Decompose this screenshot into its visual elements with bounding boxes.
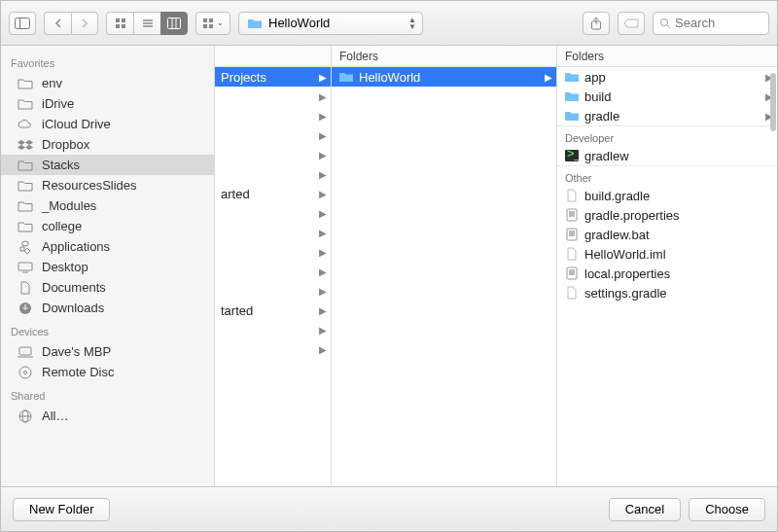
sidebar-item-label: env xyxy=(42,76,62,90)
sidebar-item[interactable]: Dave's MBP xyxy=(1,341,214,362)
folder-blue-icon xyxy=(563,71,581,83)
svg-rect-40 xyxy=(567,267,577,279)
sidebar-item[interactable]: Applications xyxy=(1,236,214,257)
folder-icon xyxy=(17,77,34,90)
footer: New Folder Cancel Choose xyxy=(1,486,777,531)
chevron-right-icon: ▶ xyxy=(319,228,327,238)
cloud-icon xyxy=(17,118,34,131)
list-item[interactable]: gradle.properties xyxy=(557,205,777,225)
file-icon xyxy=(563,189,581,202)
sidebar-item[interactable]: Stacks xyxy=(1,155,214,175)
sidebar-section-header: Favorites xyxy=(1,50,214,73)
svg-rect-5 xyxy=(122,24,125,28)
list-item[interactable]: ▶ xyxy=(215,281,331,301)
list-item[interactable]: ▶ xyxy=(215,320,331,339)
list-item[interactable]: build.gradle xyxy=(557,186,777,205)
sidebar-item[interactable]: _Modules xyxy=(1,195,214,216)
svg-rect-14 xyxy=(203,24,207,28)
column-body[interactable]: app▶build▶gradle▶Developer>_gradlewOther… xyxy=(557,67,777,486)
tags-button[interactable] xyxy=(618,12,645,35)
scrollbar-thumb[interactable] xyxy=(770,73,776,131)
sidebar-item[interactable]: iDrive xyxy=(1,93,214,114)
list-item[interactable]: ▶ xyxy=(215,339,331,359)
chevron-right-icon: ▶ xyxy=(319,169,327,180)
list-item[interactable]: ▶ xyxy=(215,145,331,164)
list-item[interactable]: tarted▶ xyxy=(215,301,331,320)
svg-rect-20 xyxy=(18,263,32,270)
list-item[interactable]: app▶ xyxy=(557,67,777,87)
list-item[interactable]: settings.gradle xyxy=(557,283,777,302)
column-body[interactable]: Projects▶▶▶▶▶▶arted▶▶▶▶▶▶tarted▶▶▶ xyxy=(215,67,331,486)
sidebar-item-label: iCloud Drive xyxy=(42,117,111,131)
svg-rect-3 xyxy=(122,18,125,22)
search-field[interactable] xyxy=(653,12,769,35)
grouping-button[interactable]: ⌄ xyxy=(195,12,230,35)
column-header: Folders xyxy=(557,46,777,67)
svg-rect-12 xyxy=(203,18,207,22)
sidebar-item[interactable]: iCloud Drive xyxy=(1,114,214,134)
list-item[interactable]: ▶ xyxy=(215,242,331,262)
sidebar-item[interactable]: ResourcesSlides xyxy=(1,175,214,195)
list-item[interactable]: gradle▶ xyxy=(557,106,777,125)
sidebar-item[interactable]: All… xyxy=(1,406,214,426)
column-1: Projects▶▶▶▶▶▶arted▶▶▶▶▶▶tarted▶▶▶ xyxy=(215,46,332,486)
cancel-button[interactable]: Cancel xyxy=(609,498,681,521)
sidebar-item-label: Applications xyxy=(42,239,110,254)
column-view-button[interactable] xyxy=(160,12,188,35)
new-folder-button[interactable]: New Folder xyxy=(13,498,110,521)
sidebar-item[interactable]: Dropbox xyxy=(1,134,214,155)
svg-point-26 xyxy=(24,371,27,373)
sidebar-item-label: Stacks xyxy=(42,158,80,172)
desktop-icon xyxy=(17,261,34,274)
back-button[interactable] xyxy=(44,12,71,35)
list-item[interactable]: ▶ xyxy=(215,125,331,145)
icon-view-button[interactable] xyxy=(106,12,133,35)
list-view-button[interactable] xyxy=(133,12,160,35)
sidebar-item[interactable]: Documents xyxy=(1,277,214,298)
item-label: tarted xyxy=(221,303,253,318)
list-item[interactable]: build▶ xyxy=(557,87,777,106)
file-icon xyxy=(563,286,581,300)
item-label: gradle.properties xyxy=(584,208,680,223)
svg-rect-36 xyxy=(567,229,577,240)
item-label: settings.gradle xyxy=(584,286,667,301)
chevron-right-icon: ▶ xyxy=(545,72,552,83)
list-item[interactable]: >_gradlew xyxy=(557,146,777,165)
list-item[interactable]: ▶ xyxy=(215,223,331,242)
item-label: build.gradle xyxy=(584,189,650,203)
list-item[interactable]: HelloWorld▶ xyxy=(332,67,556,87)
column-browser: Projects▶▶▶▶▶▶arted▶▶▶▶▶▶tarted▶▶▶ Folde… xyxy=(215,46,777,486)
sidebar-toggle-button[interactable] xyxy=(9,12,36,35)
forward-button[interactable] xyxy=(71,12,98,35)
choose-button[interactable]: Choose xyxy=(689,498,765,521)
list-item[interactable]: ▶ xyxy=(215,262,331,281)
sidebar-item[interactable]: Desktop xyxy=(1,257,214,277)
file-icon xyxy=(563,247,581,261)
share-button[interactable] xyxy=(583,12,610,35)
list-item[interactable]: ▶ xyxy=(215,164,331,184)
list-item[interactable]: gradlew.bat xyxy=(557,225,777,244)
folder-icon xyxy=(17,159,34,172)
list-item[interactable]: HelloWorld.iml xyxy=(557,244,777,264)
list-item[interactable]: local.properties xyxy=(557,264,777,283)
sidebar[interactable]: FavoritesenviDriveiCloud DriveDropboxSta… xyxy=(1,46,215,486)
list-item[interactable]: Projects▶ xyxy=(215,67,331,87)
svg-rect-13 xyxy=(209,18,213,22)
sidebar-item[interactable]: Downloads xyxy=(1,298,214,318)
column-body[interactable]: HelloWorld▶ xyxy=(332,67,556,486)
sidebar-item[interactable]: college xyxy=(1,216,214,236)
sidebar-item[interactable]: env xyxy=(1,73,214,93)
list-item[interactable]: ▶ xyxy=(215,87,331,106)
path-popup[interactable]: HelloWorld ▲▼ xyxy=(238,12,423,35)
dropbox-icon xyxy=(17,138,34,152)
list-item[interactable]: arted▶ xyxy=(215,184,331,203)
download-icon xyxy=(17,301,34,315)
chevron-right-icon: ▶ xyxy=(319,325,327,336)
sidebar-item[interactable]: Remote Disc xyxy=(1,362,214,382)
sidebar-item-label: college xyxy=(42,219,82,233)
list-item[interactable]: ▶ xyxy=(215,203,331,223)
search-input[interactable] xyxy=(675,16,762,30)
sidebar-item-label: Dave's MBP xyxy=(42,344,111,359)
path-label: HelloWorld xyxy=(268,16,330,30)
list-item[interactable]: ▶ xyxy=(215,106,331,125)
